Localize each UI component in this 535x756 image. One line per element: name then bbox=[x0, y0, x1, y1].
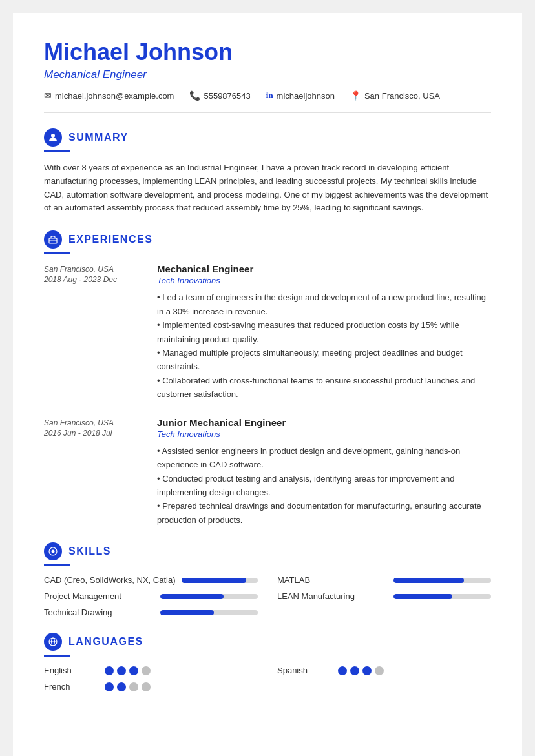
dot-4 bbox=[375, 666, 384, 675]
dot-1 bbox=[338, 666, 347, 675]
bullet-item: Collaborated with cross-functional teams… bbox=[157, 374, 491, 402]
skill-bar-bg-3 bbox=[393, 594, 491, 599]
skills-icon bbox=[44, 542, 62, 560]
experiences-header: EXPERIENCES bbox=[44, 230, 491, 249]
lang-item-english: English bbox=[44, 666, 258, 675]
lang-dots-french bbox=[105, 682, 151, 691]
dot-2 bbox=[117, 666, 126, 675]
skill-name-0: CAD (Creo, SolidWorks, NX, Catia) bbox=[44, 575, 175, 585]
candidate-title: Mechanical Engineer bbox=[44, 68, 491, 81]
lang-dots-english bbox=[105, 666, 151, 675]
svg-point-0 bbox=[51, 134, 55, 138]
exp-bullets-2: Assisted senior engineers in product des… bbox=[157, 444, 491, 527]
dot-4 bbox=[142, 682, 151, 691]
exp-left-2: San Francisco, USA 2016 Jun - 2018 Jul bbox=[44, 417, 144, 527]
email-icon: ✉ bbox=[44, 90, 52, 101]
linkedin-icon: in bbox=[266, 90, 273, 101]
dot-4 bbox=[142, 666, 151, 675]
skills-section: SKILLS CAD (Creo, SolidWorks, NX, Catia)… bbox=[44, 542, 491, 617]
skills-grid: CAD (Creo, SolidWorks, NX, Catia) MATLAB… bbox=[44, 575, 491, 617]
bullet-item: Prepared technical drawings and document… bbox=[157, 499, 491, 527]
experiences-underline bbox=[44, 252, 70, 254]
exp-left-1: San Francisco, USA 2018 Aug - 2023 Dec bbox=[44, 263, 144, 402]
exp-title-1: Mechanical Engineer bbox=[157, 263, 491, 274]
svg-point-4 bbox=[52, 550, 55, 553]
summary-title: SUMMARY bbox=[68, 132, 129, 143]
experiences-icon bbox=[44, 230, 62, 249]
skill-item-0: CAD (Creo, SolidWorks, NX, Catia) bbox=[44, 575, 258, 585]
languages-header: LANGUAGES bbox=[44, 633, 491, 651]
skill-item-1: MATLAB bbox=[277, 575, 491, 585]
skill-bar-bg-4 bbox=[160, 610, 258, 615]
lang-item-spanish: Spanish bbox=[277, 666, 491, 675]
skill-bar-fill-0 bbox=[182, 578, 246, 583]
exp-dates-1: 2018 Aug - 2023 Dec bbox=[44, 275, 144, 284]
skills-underline bbox=[44, 564, 70, 566]
summary-icon bbox=[44, 128, 62, 147]
contact-row: ✉ michael.johnson@example.com 📞 55598765… bbox=[44, 90, 491, 113]
skill-name-1: MATLAB bbox=[277, 575, 387, 585]
skill-bar-fill-4 bbox=[160, 610, 214, 615]
dot-3 bbox=[129, 682, 138, 691]
skill-bar-bg-1 bbox=[393, 578, 491, 583]
skill-bar-fill-3 bbox=[393, 594, 452, 599]
languages-icon bbox=[44, 633, 62, 651]
lang-name-english: English bbox=[44, 666, 96, 675]
skill-bar-bg-2 bbox=[160, 594, 258, 599]
skill-name-2: Project Management bbox=[44, 591, 154, 601]
experiences-title: EXPERIENCES bbox=[68, 234, 152, 245]
skill-bar-fill-1 bbox=[393, 578, 464, 583]
lang-name-spanish: Spanish bbox=[277, 666, 329, 675]
dot-2 bbox=[117, 682, 126, 691]
skill-name-4: Technical Drawing bbox=[44, 608, 154, 617]
contact-linkedin: in michaeljohnson bbox=[266, 90, 335, 101]
skills-title: SKILLS bbox=[68, 546, 111, 557]
summary-text: With over 8 years of experience as an In… bbox=[44, 161, 491, 215]
exp-location-1: San Francisco, USA bbox=[44, 265, 144, 274]
dot-2 bbox=[350, 666, 359, 675]
dot-1 bbox=[105, 666, 114, 675]
exp-right-2: Junior Mechanical Engineer Tech Innovati… bbox=[157, 417, 491, 527]
contact-location: 📍 San Francisco, USA bbox=[350, 90, 440, 101]
summary-section: SUMMARY With over 8 years of experience … bbox=[44, 128, 491, 215]
resume-container: Michael Johnson Mechanical Engineer ✉ mi… bbox=[13, 13, 522, 756]
exp-dates-2: 2016 Jun - 2018 Jul bbox=[44, 429, 144, 438]
languages-title: LANGUAGES bbox=[68, 636, 143, 648]
skills-header: SKILLS bbox=[44, 542, 491, 560]
languages-grid: English Spanish Fr bbox=[44, 666, 491, 691]
summary-underline bbox=[44, 150, 70, 152]
exp-right-1: Mechanical Engineer Tech Innovations Led… bbox=[157, 263, 491, 402]
bullet-item: Managed multiple projects simultaneously… bbox=[157, 346, 491, 374]
phone-icon: 📞 bbox=[189, 90, 200, 101]
contact-email: ✉ michael.johnson@example.com bbox=[44, 90, 174, 101]
candidate-name: Michael Johnson bbox=[44, 39, 491, 66]
summary-header: SUMMARY bbox=[44, 128, 491, 147]
dot-3 bbox=[129, 666, 138, 675]
exp-company-2: Tech Innovations bbox=[157, 429, 491, 439]
skill-bar-fill-2 bbox=[160, 594, 224, 599]
exp-company-1: Tech Innovations bbox=[157, 276, 491, 285]
bullet-item: Led a team of engineers in the design an… bbox=[157, 291, 491, 318]
skill-bar-bg-0 bbox=[182, 578, 258, 583]
experience-item-2: San Francisco, USA 2016 Jun - 2018 Jul J… bbox=[44, 417, 491, 527]
dot-1 bbox=[105, 682, 114, 691]
skill-item-2: Project Management bbox=[44, 591, 258, 601]
exp-title-2: Junior Mechanical Engineer bbox=[157, 417, 491, 428]
exp-bullets-1: Led a team of engineers in the design an… bbox=[157, 291, 491, 402]
lang-item-french: French bbox=[44, 682, 258, 691]
bullet-item: Conducted product testing and analysis, … bbox=[157, 472, 491, 500]
dot-3 bbox=[362, 666, 372, 675]
skill-name-3: LEAN Manufacturing bbox=[277, 591, 387, 601]
location-icon: 📍 bbox=[350, 90, 361, 101]
experience-item-1: San Francisco, USA 2018 Aug - 2023 Dec M… bbox=[44, 263, 491, 402]
lang-dots-spanish bbox=[338, 666, 384, 675]
languages-underline bbox=[44, 655, 70, 657]
languages-section: LANGUAGES English Spanish bbox=[44, 633, 491, 691]
bullet-item: Assisted senior engineers in product des… bbox=[157, 444, 491, 472]
skill-item-3: LEAN Manufacturing bbox=[277, 591, 491, 601]
exp-location-2: San Francisco, USA bbox=[44, 418, 144, 427]
contact-phone: 📞 5559876543 bbox=[189, 90, 250, 101]
bullet-item: Implemented cost-saving measures that re… bbox=[157, 318, 491, 346]
lang-name-french: French bbox=[44, 682, 96, 691]
header-section: Michael Johnson Mechanical Engineer ✉ mi… bbox=[44, 39, 491, 113]
